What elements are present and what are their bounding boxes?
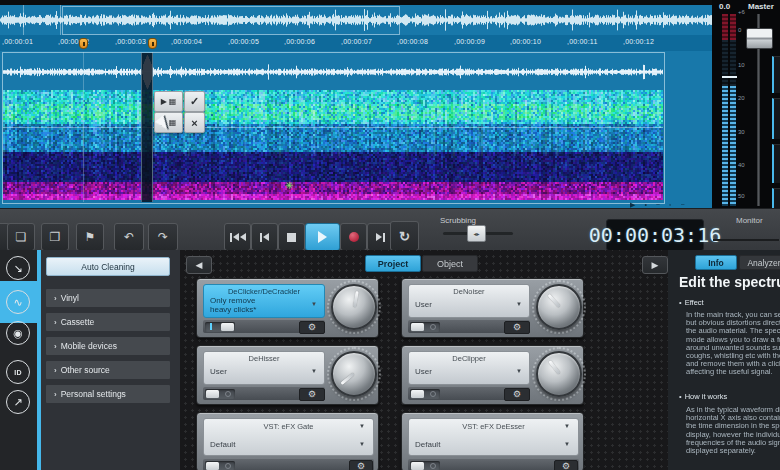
play-button[interactable]	[305, 223, 340, 251]
module-control-strip: ⚙	[408, 320, 530, 333]
dropdown-arrow-icon[interactable]: ▼	[311, 301, 317, 307]
timeline-marker[interactable]	[79, 38, 88, 49]
cleaning-section-icon[interactable]: ∿	[6, 290, 30, 314]
declipper-intensity-knob[interactable]	[536, 351, 582, 397]
dropdown-arrow-icon[interactable]: ▼	[564, 423, 570, 429]
gear-icon: ⚙	[562, 462, 570, 470]
dropdown-arrow-icon[interactable]: ▼	[311, 368, 317, 374]
time-tick: ,00:00:03	[115, 38, 146, 45]
fx-module-declicker: DeClicker/DeCrackler Only remove heavy c…	[196, 278, 379, 338]
time-tick: ,00:00:05	[228, 38, 259, 45]
timecode-display: 00:00:03:16	[606, 219, 704, 251]
dropdown-arrow-icon[interactable]: ▼	[516, 368, 522, 374]
tab-analyzer[interactable]: Analyzer	[739, 255, 780, 270]
stop-button[interactable]	[278, 223, 305, 251]
loop-button[interactable]: ↻	[390, 221, 419, 251]
fx-module-title: DeHisser	[204, 354, 324, 363]
preset-select[interactable]: User	[415, 300, 432, 309]
export-section-icon[interactable]: ↗	[6, 390, 30, 414]
dropdown-arrow-icon[interactable]: ▼	[564, 441, 570, 447]
info-section-title: •How it works	[679, 392, 727, 401]
timeline-marker[interactable]	[148, 38, 157, 49]
time-selection[interactable]	[141, 53, 153, 202]
fx-enable-toggle[interactable]	[410, 461, 440, 470]
timeline-ruler[interactable]: ,00:00:01 ,00:00:02 ,00:00:03 ,00:00:04 …	[0, 35, 712, 52]
sidebar-item-personal-settings[interactable]: ›Personal settings	[46, 385, 170, 403]
dropdown-arrow-icon[interactable]: ▼	[359, 441, 365, 447]
scroll-left-button[interactable]: ◀	[186, 256, 212, 274]
declicker-intensity-knob[interactable]	[331, 284, 377, 330]
previous-button[interactable]	[251, 223, 278, 251]
sidebar-item-mobile-devices[interactable]: ›Mobile devices	[46, 337, 170, 355]
fx-enable-toggle[interactable]	[205, 389, 235, 399]
record-button[interactable]	[340, 223, 367, 251]
import-section-icon[interactable]: ↘	[6, 256, 30, 280]
auto-cleaning-button[interactable]: Auto Cleaning	[46, 257, 170, 276]
chevron-right-icon: ›	[54, 294, 57, 303]
gear-icon: ⚙	[513, 390, 521, 399]
mastering-section-icon[interactable]: ◉	[6, 321, 30, 345]
meter-scale-label: 50	[738, 193, 745, 199]
paste-tool-button[interactable]: ❏	[7, 223, 35, 251]
scroll-right-button[interactable]: ▶	[642, 256, 668, 274]
dehisser-intensity-knob[interactable]	[331, 351, 377, 397]
dropdown-arrow-icon[interactable]: ▼	[359, 423, 365, 429]
preset-select[interactable]: Only remove heavy clicks*	[210, 296, 256, 314]
fx-enable-toggle[interactable]	[410, 389, 440, 399]
view-window-box[interactable]	[62, 6, 400, 35]
id-section-icon[interactable]: ID	[6, 360, 30, 384]
preview-with-effect-button[interactable]: ▶▦	[154, 91, 183, 112]
fx-settings-button[interactable]: ⚙	[554, 460, 578, 470]
side-panel-button[interactable]	[772, 56, 780, 93]
denoiser-intensity-knob[interactable]	[536, 284, 582, 330]
fx-enable-toggle[interactable]	[410, 322, 440, 332]
dropdown-arrow-icon[interactable]: ▼	[516, 301, 522, 307]
copy-tool-button[interactable]: ❐	[41, 223, 69, 251]
gear-icon: ⚙	[308, 323, 316, 332]
side-panel-button[interactable]	[772, 98, 780, 139]
audio-cleaning-app: ,00:00:01 ,00:00:02 ,00:00:03 ,00:00:04 …	[0, 0, 780, 470]
fx-enable-toggle[interactable]	[205, 322, 235, 332]
time-tick: ,00:00:12	[623, 38, 654, 45]
fx-enable-toggle[interactable]	[205, 461, 235, 470]
sidebar-item-other-source[interactable]: ›Other source	[46, 361, 170, 379]
time-tick: ,00:00:06	[284, 38, 315, 45]
meter-scale-label: 0	[738, 27, 741, 33]
fx-settings-button[interactable]: ⚙	[299, 388, 325, 401]
overview-waveform-strip[interactable]	[0, 5, 712, 35]
fx-settings-button[interactable]: ⚙	[504, 321, 530, 334]
monitor-slider[interactable]	[713, 239, 779, 241]
scrubbing-slider-handle[interactable]: ◂▸	[467, 225, 486, 242]
fx-settings-button[interactable]: ⚙	[299, 321, 325, 334]
tab-object[interactable]: Object	[422, 255, 478, 272]
module-control-strip: ⚙	[408, 459, 579, 470]
tab-project[interactable]: Project	[365, 255, 421, 272]
preset-select[interactable]: User	[415, 367, 432, 376]
fx-settings-button[interactable]: ⚙	[349, 460, 373, 470]
vst-plugin-select[interactable]: VST: eFX DeEsser	[409, 422, 578, 431]
vst-deesser-display: VST: eFX DeEsser ▼ Default ▼	[408, 418, 579, 456]
side-panel-button[interactable]	[772, 144, 780, 183]
undo-button[interactable]: ↶	[114, 223, 144, 251]
tab-info[interactable]: Info	[695, 255, 737, 270]
sidebar-item-vinyl[interactable]: ›Vinyl	[46, 289, 170, 307]
redo-icon: ↷	[158, 230, 168, 244]
preset-select[interactable]: User	[210, 367, 227, 376]
main-track[interactable]: ✳ ▶ • − ▫ − ▶▦ ✓ ▶▦ ×	[0, 51, 712, 208]
apply-button[interactable]: ✓	[184, 91, 205, 112]
info-section-title: •Effect	[679, 298, 704, 307]
redo-button[interactable]: ↷	[148, 223, 178, 251]
marker-gridline	[83, 52, 84, 202]
master-fader-handle[interactable]	[746, 28, 773, 49]
clip-icon: ▦	[169, 97, 177, 106]
vst-plugin-select[interactable]: VST: eFX Gate	[204, 422, 373, 431]
sidebar-item-cassette[interactable]: ›Cassette	[46, 313, 170, 331]
preset-select[interactable]: Default	[210, 440, 235, 449]
cancel-button[interactable]: ×	[184, 112, 205, 133]
fx-settings-button[interactable]: ⚙	[504, 388, 530, 401]
go-to-start-button[interactable]	[224, 223, 251, 251]
side-panel-button[interactable]	[772, 188, 780, 209]
marker-tool-button[interactable]: ⚑	[76, 223, 104, 251]
time-tick: ,00:00:11	[567, 38, 597, 45]
preset-select[interactable]: Default	[415, 440, 440, 449]
